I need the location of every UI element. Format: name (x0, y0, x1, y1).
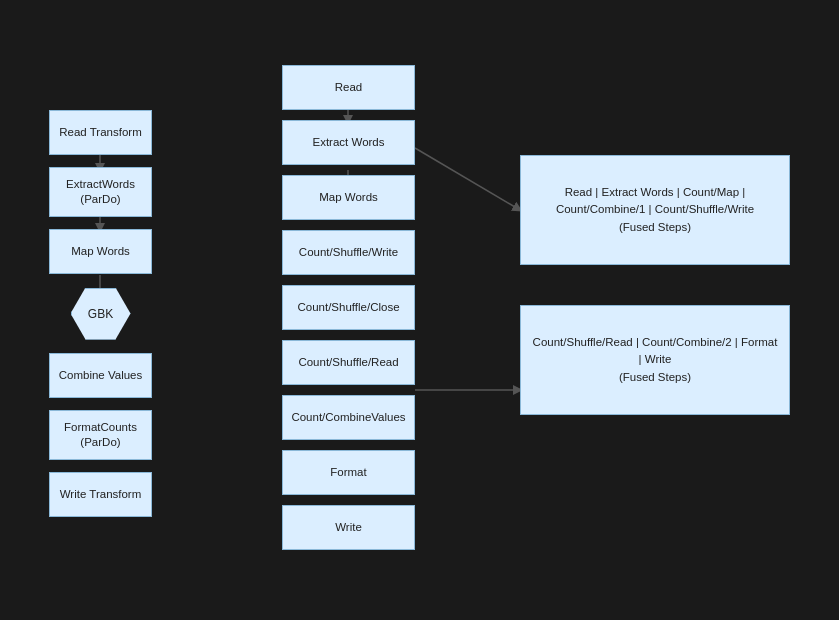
count-shuffle-read-box: Count/Shuffle/Read (282, 340, 415, 385)
svg-line-15 (415, 148, 520, 210)
write-transform-label: Write Transform (60, 487, 142, 502)
gbk-hexagon: GBK (71, 288, 131, 340)
left-column: Read Transform ExtractWords(ParDo) Map W… (49, 110, 152, 517)
format-mid-label: Format (330, 465, 366, 480)
mid-column: Read Extract Words Map Words Count/Shuff… (282, 65, 415, 550)
fused-steps-1-box: Read | Extract Words | Count/Map | Count… (520, 155, 790, 265)
read-transform-label: Read Transform (59, 125, 141, 140)
extract-words-mid-box: Extract Words (282, 120, 415, 165)
count-shuffle-write-label: Count/Shuffle/Write (299, 245, 398, 260)
read-transform-box: Read Transform (49, 110, 152, 155)
gbk-label: GBK (88, 307, 113, 321)
count-shuffle-close-label: Count/Shuffle/Close (297, 300, 399, 315)
combine-values-box: Combine Values (49, 353, 152, 398)
fused-steps-2-label: Count/Shuffle/Read | Count/Combine/2 | F… (531, 334, 779, 386)
extract-words-pardo-label: ExtractWords(ParDo) (66, 177, 135, 207)
write-mid-label: Write (335, 520, 362, 535)
write-mid-box: Write (282, 505, 415, 550)
format-counts-pardo-box: FormatCounts(ParDo) (49, 410, 152, 460)
map-words-mid-label: Map Words (319, 190, 378, 205)
map-words-mid-box: Map Words (282, 175, 415, 220)
extract-words-mid-label: Extract Words (313, 135, 385, 150)
gbk-hex-container: GBK (49, 286, 152, 341)
format-counts-pardo-label: FormatCounts(ParDo) (64, 420, 137, 450)
combine-values-label: Combine Values (59, 368, 143, 383)
count-combine-values-box: Count/CombineValues (282, 395, 415, 440)
diagram-container: Read Transform ExtractWords(ParDo) Map W… (0, 0, 839, 620)
map-words-left-box: Map Words (49, 229, 152, 274)
read-mid-label: Read (335, 80, 363, 95)
format-mid-box: Format (282, 450, 415, 495)
write-transform-box: Write Transform (49, 472, 152, 517)
count-shuffle-write-box: Count/Shuffle/Write (282, 230, 415, 275)
map-words-left-label: Map Words (71, 244, 130, 259)
count-shuffle-read-label: Count/Shuffle/Read (298, 355, 398, 370)
read-mid-box: Read (282, 65, 415, 110)
count-combine-values-label: Count/CombineValues (291, 410, 405, 425)
fused-steps-1-label: Read | Extract Words | Count/Map | Count… (531, 184, 779, 236)
fused-steps-2-box: Count/Shuffle/Read | Count/Combine/2 | F… (520, 305, 790, 415)
extract-words-pardo-box: ExtractWords(ParDo) (49, 167, 152, 217)
right-column: Read | Extract Words | Count/Map | Count… (520, 155, 790, 415)
count-shuffle-close-box: Count/Shuffle/Close (282, 285, 415, 330)
